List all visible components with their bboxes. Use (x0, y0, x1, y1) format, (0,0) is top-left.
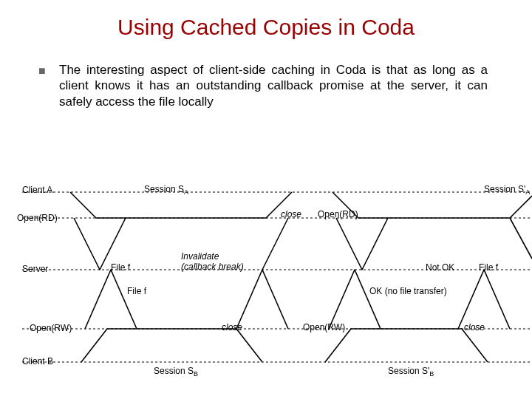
label-not-ok: Not OK (426, 262, 454, 273)
label-ok-no-transfer: OK (no file transfer) (369, 286, 447, 296)
diagram-svg (0, 177, 532, 384)
row-label-open-rd: Open(RD) (17, 213, 58, 223)
label-file-f-3: File f (127, 286, 146, 296)
page-title: Using Cached Copies in Coda (0, 15, 532, 40)
label-file-f-1: File f (111, 262, 130, 273)
label-session-sb: Session SB (154, 366, 198, 378)
row-label-server: Server (22, 264, 48, 274)
timing-diagram: Client A Open(RD) Server Open(RW) Client… (0, 177, 532, 384)
body-paragraph: ■ The interesting aspect of client-side … (59, 62, 488, 109)
label-invalidate-1: Invalidate (181, 251, 219, 262)
row-label-client-a: Client A (22, 185, 52, 195)
body-text: The interesting aspect of client-side ca… (59, 63, 488, 109)
row-label-client-b: Client B (22, 356, 53, 366)
label-open-rw-2: Open(RW) (303, 322, 345, 332)
label-session-sa: Session SA (144, 184, 188, 196)
label-close-b1: close (222, 322, 242, 332)
label-file-f-2: File f (479, 262, 498, 273)
label-close-a1: close (281, 209, 301, 219)
label-session-sb-prime: Session S'B (388, 366, 434, 378)
bullet-icon: ■ (38, 64, 46, 78)
label-open-rd-2: Open(RD) (318, 209, 358, 219)
row-label-open-rw: Open(RW) (30, 323, 72, 333)
label-invalidate-2: (callback break) (181, 262, 244, 272)
label-close-b2: close (464, 322, 485, 332)
label-session-sa-prime: Session S'A (484, 184, 530, 196)
